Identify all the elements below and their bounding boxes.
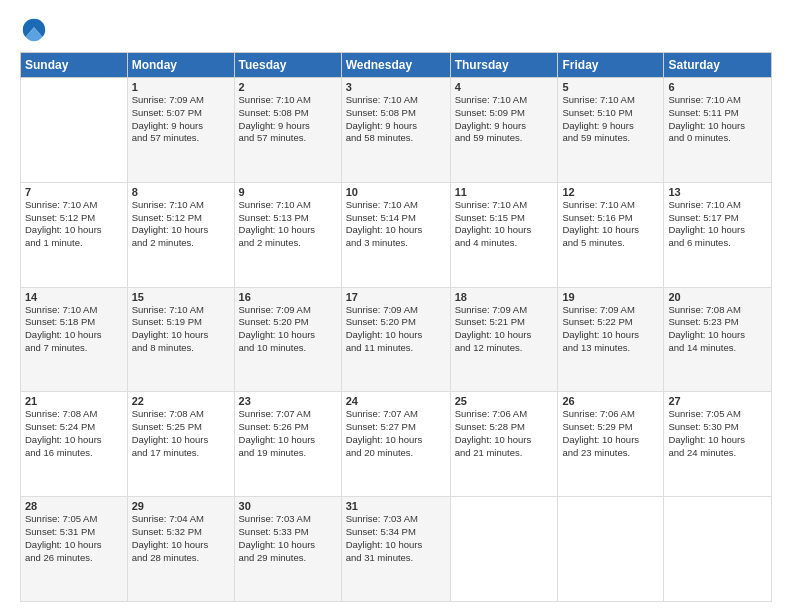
header-day-saturday: Saturday [664, 53, 772, 78]
day-info: Sunrise: 7:10 AMSunset: 5:12 PMDaylight:… [25, 199, 123, 250]
calendar-cell: 26Sunrise: 7:06 AMSunset: 5:29 PMDayligh… [558, 392, 664, 497]
day-number: 22 [132, 395, 230, 407]
week-row-4: 21Sunrise: 7:08 AMSunset: 5:24 PMDayligh… [21, 392, 772, 497]
day-number: 27 [668, 395, 767, 407]
day-number: 30 [239, 500, 337, 512]
calendar-cell: 1Sunrise: 7:09 AMSunset: 5:07 PMDaylight… [127, 78, 234, 183]
week-row-2: 7Sunrise: 7:10 AMSunset: 5:12 PMDaylight… [21, 182, 772, 287]
day-info: Sunrise: 7:10 AMSunset: 5:08 PMDaylight:… [346, 94, 446, 145]
day-number: 13 [668, 186, 767, 198]
header-day-friday: Friday [558, 53, 664, 78]
day-info: Sunrise: 7:10 AMSunset: 5:11 PMDaylight:… [668, 94, 767, 145]
day-info: Sunrise: 7:10 AMSunset: 5:14 PMDaylight:… [346, 199, 446, 250]
day-info: Sunrise: 7:09 AMSunset: 5:21 PMDaylight:… [455, 304, 554, 355]
calendar-cell: 29Sunrise: 7:04 AMSunset: 5:32 PMDayligh… [127, 497, 234, 602]
calendar-cell: 19Sunrise: 7:09 AMSunset: 5:22 PMDayligh… [558, 287, 664, 392]
day-info: Sunrise: 7:06 AMSunset: 5:28 PMDaylight:… [455, 408, 554, 459]
calendar-table: SundayMondayTuesdayWednesdayThursdayFrid… [20, 52, 772, 602]
day-number: 16 [239, 291, 337, 303]
calendar-cell: 5Sunrise: 7:10 AMSunset: 5:10 PMDaylight… [558, 78, 664, 183]
calendar-cell: 20Sunrise: 7:08 AMSunset: 5:23 PMDayligh… [664, 287, 772, 392]
calendar-cell: 9Sunrise: 7:10 AMSunset: 5:13 PMDaylight… [234, 182, 341, 287]
calendar-cell: 14Sunrise: 7:10 AMSunset: 5:18 PMDayligh… [21, 287, 128, 392]
header [20, 16, 772, 44]
day-info: Sunrise: 7:10 AMSunset: 5:19 PMDaylight:… [132, 304, 230, 355]
calendar-cell: 6Sunrise: 7:10 AMSunset: 5:11 PMDaylight… [664, 78, 772, 183]
day-info: Sunrise: 7:06 AMSunset: 5:29 PMDaylight:… [562, 408, 659, 459]
day-number: 18 [455, 291, 554, 303]
day-info: Sunrise: 7:10 AMSunset: 5:08 PMDaylight:… [239, 94, 337, 145]
day-number: 15 [132, 291, 230, 303]
calendar-cell: 13Sunrise: 7:10 AMSunset: 5:17 PMDayligh… [664, 182, 772, 287]
day-number: 20 [668, 291, 767, 303]
day-info: Sunrise: 7:10 AMSunset: 5:15 PMDaylight:… [455, 199, 554, 250]
calendar-cell: 30Sunrise: 7:03 AMSunset: 5:33 PMDayligh… [234, 497, 341, 602]
calendar-cell: 24Sunrise: 7:07 AMSunset: 5:27 PMDayligh… [341, 392, 450, 497]
day-number: 28 [25, 500, 123, 512]
day-number: 6 [668, 81, 767, 93]
day-info: Sunrise: 7:09 AMSunset: 5:20 PMDaylight:… [346, 304, 446, 355]
day-info: Sunrise: 7:09 AMSunset: 5:22 PMDaylight:… [562, 304, 659, 355]
day-number: 21 [25, 395, 123, 407]
day-number: 19 [562, 291, 659, 303]
day-info: Sunrise: 7:10 AMSunset: 5:09 PMDaylight:… [455, 94, 554, 145]
day-number: 17 [346, 291, 446, 303]
day-info: Sunrise: 7:03 AMSunset: 5:33 PMDaylight:… [239, 513, 337, 564]
calendar-cell: 12Sunrise: 7:10 AMSunset: 5:16 PMDayligh… [558, 182, 664, 287]
day-info: Sunrise: 7:09 AMSunset: 5:20 PMDaylight:… [239, 304, 337, 355]
calendar-cell: 7Sunrise: 7:10 AMSunset: 5:12 PMDaylight… [21, 182, 128, 287]
day-number: 5 [562, 81, 659, 93]
day-number: 4 [455, 81, 554, 93]
header-day-tuesday: Tuesday [234, 53, 341, 78]
day-info: Sunrise: 7:10 AMSunset: 5:10 PMDaylight:… [562, 94, 659, 145]
day-info: Sunrise: 7:07 AMSunset: 5:26 PMDaylight:… [239, 408, 337, 459]
day-info: Sunrise: 7:09 AMSunset: 5:07 PMDaylight:… [132, 94, 230, 145]
week-row-3: 14Sunrise: 7:10 AMSunset: 5:18 PMDayligh… [21, 287, 772, 392]
day-number: 26 [562, 395, 659, 407]
week-row-1: 1Sunrise: 7:09 AMSunset: 5:07 PMDaylight… [21, 78, 772, 183]
calendar-cell: 22Sunrise: 7:08 AMSunset: 5:25 PMDayligh… [127, 392, 234, 497]
header-day-sunday: Sunday [21, 53, 128, 78]
day-info: Sunrise: 7:10 AMSunset: 5:16 PMDaylight:… [562, 199, 659, 250]
day-number: 14 [25, 291, 123, 303]
day-number: 11 [455, 186, 554, 198]
calendar-cell: 4Sunrise: 7:10 AMSunset: 5:09 PMDaylight… [450, 78, 558, 183]
day-number: 29 [132, 500, 230, 512]
page: SundayMondayTuesdayWednesdayThursdayFrid… [0, 0, 792, 612]
calendar-cell: 10Sunrise: 7:10 AMSunset: 5:14 PMDayligh… [341, 182, 450, 287]
calendar-cell: 11Sunrise: 7:10 AMSunset: 5:15 PMDayligh… [450, 182, 558, 287]
day-number: 1 [132, 81, 230, 93]
day-number: 3 [346, 81, 446, 93]
header-day-thursday: Thursday [450, 53, 558, 78]
calendar-cell: 18Sunrise: 7:09 AMSunset: 5:21 PMDayligh… [450, 287, 558, 392]
day-info: Sunrise: 7:10 AMSunset: 5:13 PMDaylight:… [239, 199, 337, 250]
day-number: 2 [239, 81, 337, 93]
calendar-cell: 31Sunrise: 7:03 AMSunset: 5:34 PMDayligh… [341, 497, 450, 602]
day-info: Sunrise: 7:08 AMSunset: 5:24 PMDaylight:… [25, 408, 123, 459]
day-number: 31 [346, 500, 446, 512]
day-info: Sunrise: 7:08 AMSunset: 5:25 PMDaylight:… [132, 408, 230, 459]
header-day-monday: Monday [127, 53, 234, 78]
day-info: Sunrise: 7:10 AMSunset: 5:17 PMDaylight:… [668, 199, 767, 250]
day-info: Sunrise: 7:10 AMSunset: 5:18 PMDaylight:… [25, 304, 123, 355]
day-number: 24 [346, 395, 446, 407]
day-number: 8 [132, 186, 230, 198]
calendar-cell: 16Sunrise: 7:09 AMSunset: 5:20 PMDayligh… [234, 287, 341, 392]
day-info: Sunrise: 7:07 AMSunset: 5:27 PMDaylight:… [346, 408, 446, 459]
day-number: 9 [239, 186, 337, 198]
calendar-cell: 28Sunrise: 7:05 AMSunset: 5:31 PMDayligh… [21, 497, 128, 602]
logo-icon [20, 16, 48, 44]
calendar-cell: 2Sunrise: 7:10 AMSunset: 5:08 PMDaylight… [234, 78, 341, 183]
header-row: SundayMondayTuesdayWednesdayThursdayFrid… [21, 53, 772, 78]
day-number: 10 [346, 186, 446, 198]
day-number: 25 [455, 395, 554, 407]
day-info: Sunrise: 7:05 AMSunset: 5:30 PMDaylight:… [668, 408, 767, 459]
calendar-cell: 21Sunrise: 7:08 AMSunset: 5:24 PMDayligh… [21, 392, 128, 497]
day-info: Sunrise: 7:04 AMSunset: 5:32 PMDaylight:… [132, 513, 230, 564]
calendar-cell: 23Sunrise: 7:07 AMSunset: 5:26 PMDayligh… [234, 392, 341, 497]
day-info: Sunrise: 7:08 AMSunset: 5:23 PMDaylight:… [668, 304, 767, 355]
day-info: Sunrise: 7:10 AMSunset: 5:12 PMDaylight:… [132, 199, 230, 250]
calendar-cell: 15Sunrise: 7:10 AMSunset: 5:19 PMDayligh… [127, 287, 234, 392]
calendar-cell [450, 497, 558, 602]
calendar-cell [21, 78, 128, 183]
